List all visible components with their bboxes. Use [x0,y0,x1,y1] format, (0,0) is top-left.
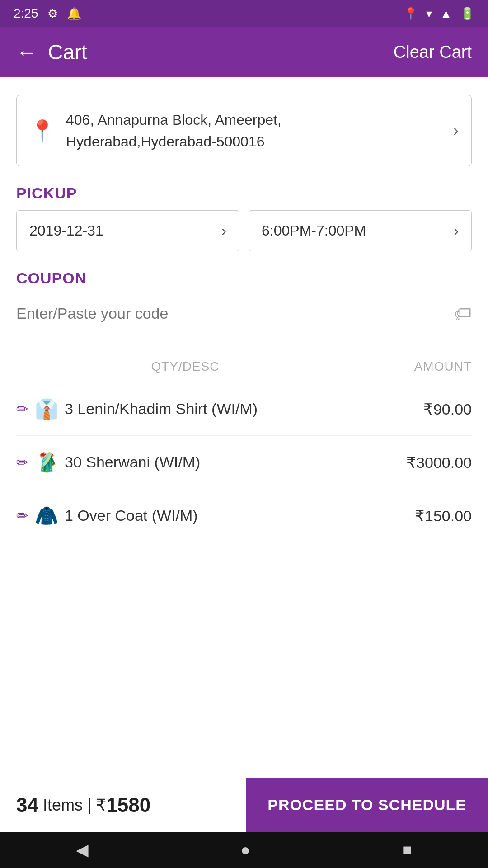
address-line2: Hyderabad,Hyderabad-500016 [66,133,264,150]
status-bar: 2:25 ⚙ 🔔 📍 ▾ ▲ 🔋 [0,0,488,27]
location-icon: 📍 [404,7,418,21]
settings-icon: ⚙ [47,7,58,21]
coupon-section-label: COUPON [16,269,472,287]
address-chevron-icon: › [453,121,459,140]
bottom-total: 34 Items | ₹ 1580 [0,778,246,832]
content: 📍 406, Annapurna Block, Ameerpet, Hydera… [0,95,488,633]
coupon-input[interactable] [16,305,454,322]
table-header: QTY/DESC AMOUNT [16,359,472,382]
total-amount: 1580 [106,794,150,816]
signal-icon: ▲ [440,7,452,21]
item-amount-0: ₹90.00 [354,400,472,418]
item-desc-0: 3 Lenin/Khadim Shirt (WI/M) [65,400,258,418]
page-title: Cart [48,40,87,64]
pickup-section-label: PICKUP [16,184,472,202]
time-chevron-icon: › [454,222,459,239]
col-qty-header: QTY/DESC [16,359,354,374]
clear-cart-button[interactable]: Clear Cart [394,42,472,62]
address-line1: 406, Annapurna Block, Ameerpet, [66,112,282,128]
wifi-icon: ▾ [426,7,432,21]
item-amount-1: ₹3000.00 [354,453,472,472]
row-left-1: ✏ 🥻 30 Sherwani (WI/M) [16,451,354,473]
item-desc-2: 1 Over Coat (WI/M) [65,507,198,524]
table-row: ✏ 🧥 1 Over Coat (WI/M) ₹150.00 [16,489,472,542]
currency-symbol: ₹ [96,796,106,815]
edit-icon-1[interactable]: ✏ [16,454,28,471]
coupon-tag-icon: 🏷 [454,303,472,324]
nav-back-button[interactable]: ◀ [76,840,89,859]
items-label: Items [43,796,83,815]
status-bar-left: 2:25 ⚙ 🔔 [14,6,81,21]
notification-icon: 🔔 [67,7,81,21]
address-pin-icon: 📍 [29,118,55,143]
address-text: 406, Annapurna Block, Ameerpet, Hyderaba… [66,109,453,152]
back-button[interactable]: ← [16,40,37,64]
item-desc-1: 30 Sherwani (WI/M) [65,453,200,471]
header: ← Cart Clear Cart [0,27,488,77]
item-amount-2: ₹150.00 [354,507,472,525]
col-amount-header: AMOUNT [354,359,472,374]
bottom-bar: 34 Items | ₹ 1580 PROCEED TO SCHEDULE [0,778,488,832]
battery-icon: 🔋 [460,7,474,21]
date-chevron-icon: › [221,222,226,239]
item-icon-2: 🧥 [35,505,58,527]
header-left: ← Cart [16,40,87,64]
item-icon-1: 🥻 [35,451,58,473]
item-icon-0: 👔 [35,398,58,420]
edit-icon-2[interactable]: ✏ [16,507,28,524]
coupon-input-wrap: 🏷 [16,295,472,332]
separator: | [87,796,91,815]
android-nav-bar: ◀ ● ■ [0,832,488,868]
pickup-date-value: 2019-12-31 [29,222,103,239]
nav-recents-button[interactable]: ■ [402,840,412,859]
table-row: ✏ 👔 3 Lenin/Khadim Shirt (WI/M) ₹90.00 [16,382,472,436]
status-time: 2:25 [14,6,38,21]
item-count: 34 [16,794,38,816]
status-bar-right: 📍 ▾ ▲ 🔋 [404,7,474,21]
proceed-button[interactable]: PROCEED TO SCHEDULE [246,778,488,832]
row-left-0: ✏ 👔 3 Lenin/Khadim Shirt (WI/M) [16,398,354,420]
table-row: ✏ 🥻 30 Sherwani (WI/M) ₹3000.00 [16,436,472,489]
nav-home-button[interactable]: ● [240,840,250,859]
pickup-time-value: 6:00PM-7:00PM [262,222,366,239]
edit-icon-0[interactable]: ✏ [16,401,28,418]
address-card[interactable]: 📍 406, Annapurna Block, Ameerpet, Hydera… [16,95,472,166]
pickup-row: 2019-12-31 › 6:00PM-7:00PM › [16,210,472,251]
items-list: ✏ 👔 3 Lenin/Khadim Shirt (WI/M) ₹90.00 ✏… [0,382,488,542]
pickup-time-selector[interactable]: 6:00PM-7:00PM › [249,210,472,251]
pickup-date-selector[interactable]: 2019-12-31 › [16,210,239,251]
row-left-2: ✏ 🧥 1 Over Coat (WI/M) [16,505,354,527]
